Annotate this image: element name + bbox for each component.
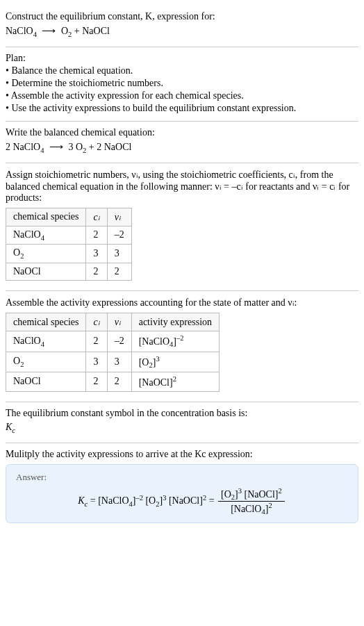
plan-section: Plan: • Balance the chemical equation. •… [6,47,358,122]
answer-label: Answer: [16,472,348,483]
plus: + [89,142,97,152]
table-row: NaClO4 2 –2 [NaClO4]–2 [6,331,220,352]
fraction: [O2]3 [NaOCl]2 [NaClO4]2 [218,487,285,516]
activity-section: Assemble the activity expressions accoun… [6,291,358,402]
cell-species: NaClO4 [6,226,86,245]
multiply-text: Mulitply the activity expressions to arr… [6,449,358,460]
intro-text: Construct the equilibrium constant, K, e… [6,11,358,22]
table-header-row: chemical species cᵢ νᵢ [6,208,132,226]
col-species: chemical species [6,208,86,226]
product-1: O2 [61,26,72,36]
plan-item-1: • Balance the chemical equation. [6,65,358,76]
cell-vi: 2 [107,263,131,281]
cell-ci: 2 [86,331,107,352]
cell-vi: 3 [107,245,131,263]
cell-activity: [NaClO4]–2 [131,331,219,352]
cell-species: NaOCl [6,263,86,281]
table-row: O2 3 3 [O2]3 [6,352,220,372]
product-1: 3 O2 [68,142,86,152]
cell-vi: 2 [107,372,131,392]
col-ci: cᵢ [86,208,107,226]
plan-item-4: • Use the activity expressions to build … [6,103,358,114]
cell-ci: 3 [86,245,107,263]
cell-species: NaClO4 [6,331,86,352]
product-2: NaOCl [82,26,110,36]
reactant: NaClO4 [6,26,37,36]
intro-equation: NaClO4 ⟶ O2 + NaOCl [6,25,358,38]
symbol-section: The equilibrium constant symbol in the c… [6,402,358,443]
multiply-section: Mulitply the activity expressions to arr… [6,443,358,529]
numerator: [O2]3 [NaOCl]2 [218,487,285,502]
cell-species: NaOCl [6,372,86,392]
symbol-text: The equilibrium constant symbol in the c… [6,408,358,419]
plan-heading: Plan: [6,53,358,64]
cell-ci: 2 [86,372,107,392]
balanced-heading: Write the balanced chemical equation: [6,127,358,138]
col-vi: νᵢ [107,313,131,331]
col-vi: νᵢ [107,208,131,226]
balanced-equation: 2 NaClO4 ⟶ 3 O2 + 2 NaOCl [6,141,358,154]
balanced-section: Write the balanced chemical equation: 2 … [6,122,358,163]
plus: + [74,26,82,36]
stoich-text: Assign stoichiometric numbers, νᵢ, using… [6,169,358,204]
activity-table: chemical species cᵢ νᵢ activity expressi… [6,313,220,392]
cell-ci: 2 [86,226,107,245]
reactant: 2 NaClO4 [6,142,44,152]
cell-ci: 3 [86,352,107,372]
arrow-icon: ⟶ [42,25,56,37]
intro-section: Construct the equilibrium constant, K, e… [6,6,358,47]
activity-text: Assemble the activity expressions accoun… [6,297,358,308]
kc-symbol: Kc [6,422,358,434]
answer-box: Answer: Kc = [NaClO4]–2 [O2]3 [NaOCl]2 =… [6,464,358,524]
cell-ci: 2 [86,263,107,281]
denominator: [NaClO4]2 [218,502,285,516]
cell-activity: [NaOCl]2 [131,372,219,392]
stoich-table: chemical species cᵢ νᵢ NaClO4 2 –2 O2 3 … [6,208,132,281]
arrow-icon: ⟶ [49,141,63,153]
cell-species: O2 [6,352,86,372]
cell-species: O2 [6,245,86,263]
table-row: NaClO4 2 –2 [6,226,132,245]
cell-activity: [O2]3 [131,352,219,372]
table-header-row: chemical species cᵢ νᵢ activity expressi… [6,313,220,331]
table-row: O2 3 3 [6,245,132,263]
cell-vi: 3 [107,352,131,372]
plan-item-3: • Assemble the activity expression for e… [6,90,358,101]
col-activity: activity expression [131,313,219,331]
col-ci: cᵢ [86,313,107,331]
kc-expression: Kc = [NaClO4]–2 [O2]3 [NaOCl]2 = [O2]3 [… [16,487,348,516]
table-row: NaOCl 2 2 [6,263,132,281]
col-species: chemical species [6,313,86,331]
stoich-section: Assign stoichiometric numbers, νᵢ, using… [6,163,358,292]
cell-vi: –2 [107,331,131,352]
product-2: 2 NaOCl [97,142,131,152]
cell-vi: –2 [107,226,131,245]
table-row: NaOCl 2 2 [NaOCl]2 [6,372,220,392]
plan-item-2: • Determine the stoichiometric numbers. [6,78,358,89]
